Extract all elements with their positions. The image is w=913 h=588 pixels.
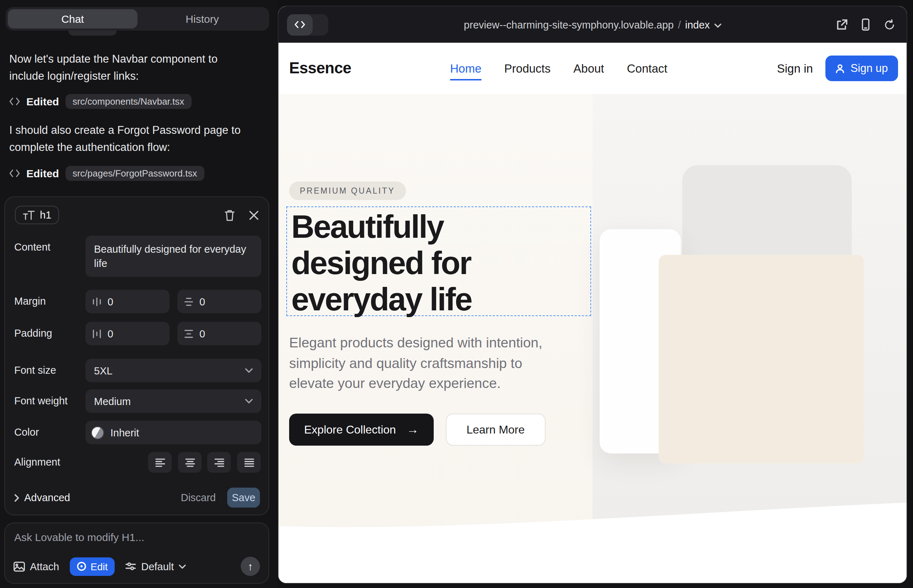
discard-button[interactable]: Discard: [181, 492, 216, 503]
send-button[interactable]: ↑: [241, 557, 260, 576]
image-icon: [13, 561, 25, 571]
preview-window: preview--charming-site-symphony.lovable.…: [278, 6, 907, 584]
attach-button[interactable]: Attach: [13, 561, 59, 572]
content-label: Content: [14, 241, 50, 253]
edit-target-icon: [77, 562, 86, 571]
chevron-down-icon: [245, 399, 253, 404]
color-select[interactable]: Inherit: [86, 421, 261, 444]
refresh-icon[interactable]: [884, 19, 895, 30]
file-chip[interactable]: src/components/Navbar.tsx: [66, 94, 191, 108]
file-chip[interactable]: src/pages/ForgotPassword.tsx: [66, 165, 204, 181]
chevron-right-icon: [14, 494, 19, 501]
margin-y-input[interactable]: 0: [177, 290, 261, 313]
alignment-label: Alignment: [14, 451, 60, 474]
preview-path[interactable]: index: [685, 19, 710, 30]
align-center-button[interactable]: [178, 452, 202, 473]
open-external-icon[interactable]: [836, 19, 847, 30]
chat-history-tabs: Chat History: [6, 7, 269, 31]
site-nav-links: Home Products About Contact: [450, 43, 667, 94]
font-weight-select[interactable]: Medium: [86, 389, 261, 413]
learn-more-button[interactable]: Learn More: [446, 414, 546, 446]
padding-label: Padding: [14, 322, 52, 345]
margin-horizontal-icon: [92, 297, 101, 306]
font-size-label: Font size: [14, 359, 56, 382]
edited-file-row: Edited src/pages/ForgotPassword.tsx: [9, 165, 204, 181]
person-icon: [835, 64, 845, 73]
hero-subtext: Elegant products designed with intention…: [289, 333, 542, 393]
align-justify-icon: [244, 458, 254, 467]
align-justify-button[interactable]: [237, 452, 261, 473]
tab-history[interactable]: History: [138, 9, 267, 29]
sliders-icon: [125, 562, 136, 571]
element-tag-label: h1: [40, 209, 51, 221]
sign-in-link[interactable]: Sign in: [777, 43, 813, 94]
code-view-toggle[interactable]: [287, 14, 328, 35]
advanced-toggle[interactable]: Advanced: [14, 492, 70, 503]
arrow-right-icon: →: [407, 423, 419, 437]
align-center-icon: [185, 458, 195, 467]
path-separator: /: [678, 19, 681, 30]
hero-curve: [278, 502, 907, 583]
margin-label: Margin: [14, 290, 46, 313]
explore-collection-button[interactable]: Explore Collection →: [289, 414, 434, 446]
align-left-button[interactable]: [148, 452, 172, 473]
composer-input[interactable]: [14, 531, 256, 549]
sign-up-button[interactable]: Sign up: [826, 55, 898, 81]
margin-vertical-icon: [185, 297, 193, 306]
nav-link-about[interactable]: About: [573, 61, 604, 75]
chevron-down-icon: [245, 368, 253, 373]
close-icon[interactable]: [249, 210, 259, 220]
chat-message: I should also create a Forgot Password p…: [9, 122, 249, 156]
trash-icon[interactable]: [224, 209, 235, 221]
editor-footer: Advanced Discard Save: [14, 487, 260, 508]
code-icon: [9, 169, 20, 177]
element-tag-badge[interactable]: h1: [15, 206, 59, 224]
app-window: Chat History Now let's update the Navbar…: [0, 0, 913, 588]
hero-badge: PREMIUM QUALITY: [289, 181, 406, 200]
hero-heading: Beautifully designed for everyday life: [291, 208, 590, 318]
align-right-icon: [214, 458, 224, 467]
preview-toolbar: preview--charming-site-symphony.lovable.…: [278, 6, 907, 43]
padding-vertical-icon: [185, 329, 193, 338]
url-bar: preview--charming-site-symphony.lovable.…: [278, 6, 907, 43]
tab-chat[interactable]: Chat: [8, 9, 138, 29]
edited-label: Edited: [26, 167, 59, 179]
align-left-icon: [155, 458, 165, 467]
font-size-select[interactable]: 5XL: [86, 359, 261, 382]
site-preview: Essence Home Products About Contact Sign…: [278, 43, 907, 583]
toolbar-actions: [836, 6, 895, 43]
chevron-down-icon: [179, 564, 186, 569]
padding-y-input[interactable]: 0: [177, 322, 261, 345]
content-input[interactable]: Beautifully designed for everyday life: [86, 236, 261, 277]
color-swatch: [91, 426, 104, 439]
nav-link-contact[interactable]: Contact: [627, 61, 668, 75]
nav-link-products[interactable]: Products: [504, 61, 550, 75]
chat-sidebar: Chat History Now let's update the Navbar…: [0, 0, 278, 588]
preview-url[interactable]: preview--charming-site-symphony.lovable.…: [464, 19, 674, 30]
nav-link-home[interactable]: Home: [450, 61, 481, 80]
color-label: Color: [14, 421, 39, 444]
font-weight-label: Font weight: [14, 389, 68, 413]
margin-x-input[interactable]: 0: [86, 290, 170, 313]
site-logo[interactable]: Essence: [289, 43, 351, 94]
site-navbar: Essence Home Products About Contact Sign…: [278, 43, 907, 94]
align-right-button[interactable]: [207, 452, 231, 473]
hero-placeholder-beige: [659, 255, 864, 464]
arrow-up-icon: ↑: [248, 560, 253, 572]
edited-file-row: Edited src/components/Navbar.tsx: [9, 92, 191, 110]
type-icon: [23, 210, 35, 220]
chevron-down-icon[interactable]: [714, 23, 721, 27]
code-icon[interactable]: [287, 14, 312, 35]
hero-cta-row: Explore Collection → Learn More: [289, 414, 546, 446]
composer-toolbar: Attach Edit Default: [13, 557, 260, 576]
editor-actions: [224, 209, 259, 221]
save-button[interactable]: Save: [227, 488, 260, 507]
edit-mode-button[interactable]: Edit: [70, 557, 115, 575]
selected-h1-outline[interactable]: Beautifully designed for everyday life: [286, 207, 591, 316]
mobile-view-icon[interactable]: [862, 18, 869, 31]
edited-label: Edited: [26, 95, 59, 107]
element-editor-panel: h1 Content Beautifully designed for ever…: [4, 197, 269, 515]
padding-x-input[interactable]: 0: [86, 322, 170, 345]
default-mode-selector[interactable]: Default: [125, 561, 186, 572]
chat-message: Now let's update the Navbar component to…: [9, 50, 249, 85]
